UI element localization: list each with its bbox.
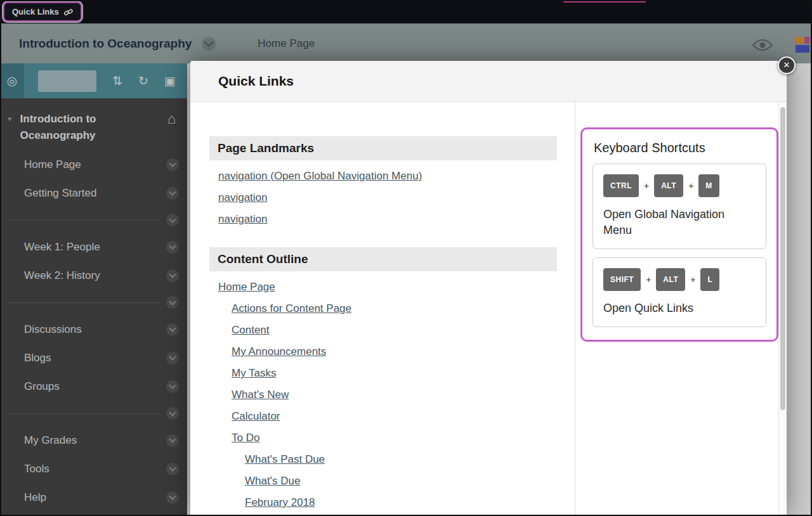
modal-body: Page Landmarks navigation (Open Global N…	[190, 102, 787, 516]
shortcut-list: CTRL + ALT + M Open Global Navigation Me…	[593, 164, 766, 327]
outline-links: Home Page Actions for Content Page Conte…	[209, 278, 575, 515]
modal-title: Quick Links	[218, 74, 294, 89]
keycap: M	[698, 174, 719, 197]
keycap: ALT	[656, 268, 685, 291]
outline-heading: Content Outline	[209, 247, 557, 271]
keyboard-shortcuts-panel: Keyboard Shortcuts CTRL + ALT + M	[580, 127, 778, 342]
plus-separator: +	[690, 274, 695, 285]
outline-link[interactable]: My Announcements	[232, 342, 326, 364]
scrollbar-thumb[interactable]	[780, 107, 785, 410]
shortcut-keys: SHIFT + ALT + L	[603, 268, 756, 291]
outline-link[interactable]: Home Page	[218, 278, 275, 299]
outline-link[interactable]: Content	[232, 321, 270, 342]
close-button[interactable]: ✕	[778, 56, 796, 74]
modal-scrollbar[interactable]	[778, 102, 787, 516]
keycap: L	[700, 268, 719, 291]
plus-separator: +	[644, 181, 649, 191]
keycap: CTRL	[603, 174, 639, 197]
landmark-link[interactable]: navigation (Open Global Navigation Menu)	[218, 167, 422, 188]
shortcuts-heading: Keyboard Shortcuts	[594, 141, 766, 155]
outline-link[interactable]: To Do	[232, 429, 259, 450]
outline-link[interactable]: My Tasks	[232, 364, 277, 385]
modal-header: Quick Links ✕	[190, 61, 787, 102]
quick-links-modal: Quick Links ✕ Page Landmarks navigation …	[190, 61, 787, 516]
shortcut-card: SHIFT + ALT + L Open Quick Links	[593, 257, 766, 327]
shortcut-card: CTRL + ALT + M Open Global Navigation Me…	[593, 164, 766, 249]
outline-link[interactable]: Calculator	[232, 407, 280, 429]
keycap: ALT	[654, 174, 683, 197]
outline-link[interactable]: What's Due	[245, 472, 300, 493]
shortcuts-column: Keyboard Shortcuts CTRL + ALT + M	[575, 102, 787, 516]
keycap: SHIFT	[603, 268, 641, 291]
shortcut-label: Open Global Navigation Menu	[603, 207, 740, 238]
landmark-links: navigation (Open Global Navigation Menu)…	[209, 167, 575, 231]
outline-link[interactable]: February 2018	[245, 493, 315, 515]
landmark-link[interactable]: navigation	[218, 188, 268, 210]
outline-link[interactable]: What's Past Due	[245, 450, 325, 472]
landmark-link[interactable]: navigation	[218, 210, 268, 231]
landmarks-heading: Page Landmarks	[209, 136, 557, 160]
outline-link[interactable]: Actions for Content Page	[232, 299, 351, 321]
plus-separator: +	[688, 181, 693, 191]
shortcut-keys: CTRL + ALT + M	[603, 174, 756, 197]
shortcut-label: Open Quick Links	[603, 300, 740, 316]
links-column: Page Landmarks navigation (Open Global N…	[190, 102, 575, 516]
plus-separator: +	[646, 274, 651, 285]
outline-link[interactable]: What's New	[232, 385, 289, 407]
